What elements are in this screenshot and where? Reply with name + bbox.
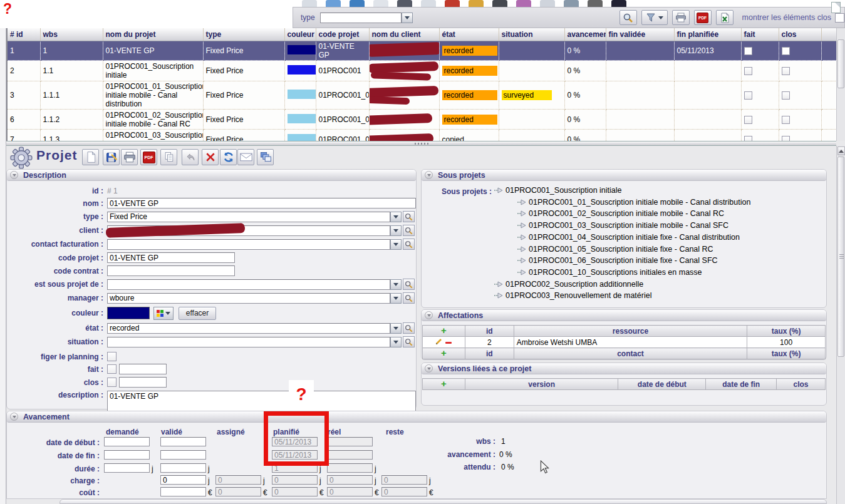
fait-date-input[interactable] [119, 364, 167, 374]
page-corner-icon[interactable] [831, 2, 841, 13]
col-situation[interactable]: situation [499, 28, 564, 41]
affectations-panel-header[interactable]: Affectations [422, 310, 826, 321]
type-filter-dropdown-button[interactable] [402, 13, 413, 23]
print-button[interactable] [121, 149, 138, 165]
mail-button[interactable] [237, 149, 254, 165]
clos-checkbox[interactable] [782, 116, 790, 124]
col-nom-projet[interactable]: nom du projet [103, 28, 203, 41]
contact-dropdown-button[interactable] [390, 239, 402, 250]
clos-checkbox[interactable] [782, 47, 790, 55]
col-id[interactable]: # id [8, 28, 40, 41]
add-version-button[interactable]: + [441, 378, 447, 389]
etat-search-button[interactable] [403, 322, 415, 334]
pdf-export-button[interactable]: PDF [694, 10, 712, 25]
filter-button[interactable] [641, 10, 668, 25]
sous-projet-item[interactable]: 01PROC001_05_Souscription initiale fixe … [517, 245, 713, 254]
sous-projet-dropdown-button[interactable] [390, 279, 402, 290]
sous-projet-search-button[interactable] [403, 279, 415, 290]
code-projet-input[interactable] [107, 252, 235, 263]
nom-input[interactable] [107, 198, 416, 208]
col-clos[interactable]: clos [779, 28, 821, 41]
excel-export-button[interactable] [716, 10, 734, 25]
est-sous-projet-input[interactable] [107, 279, 390, 290]
fin-demande-input[interactable] [104, 450, 150, 460]
col-type[interactable]: type [203, 28, 284, 41]
table-row-selected[interactable]: 1 1 01-VENTE GP Fixed Price 01-VENTE GP … [8, 41, 836, 61]
fait-checkbox[interactable] [744, 91, 752, 100]
col-wbs[interactable]: wbs [40, 28, 103, 41]
clos-checkbox[interactable] [782, 67, 790, 75]
table-scrollbar[interactable] [836, 28, 845, 141]
sous-projet-item[interactable]: 01PROC001_03_Souscription initiale mobil… [517, 221, 728, 230]
save-button[interactable] [103, 149, 120, 165]
remove-icon[interactable] [445, 342, 452, 344]
col-fin-validee[interactable]: fin validée [606, 28, 674, 41]
client-search-button[interactable] [403, 225, 415, 236]
sous-projet-item[interactable]: 01PROC001_10_Souscriptions initiales en … [517, 268, 702, 277]
manager-search-button[interactable] [403, 292, 415, 304]
color-picker-button[interactable] [153, 307, 174, 320]
sous-projet-item[interactable]: 01PROC002_Souscription additionnelle [494, 280, 643, 289]
table-row[interactable]: 6 1.1.2 01PROC001_02_Souscription initia… [8, 110, 836, 130]
edit-pencil-icon[interactable] [435, 337, 443, 345]
col-couleur[interactable]: couleur [284, 28, 316, 41]
fin-valide-input[interactable] [160, 450, 206, 460]
pdf-export-button[interactable]: PDF [140, 149, 157, 165]
col-etat[interactable]: état [439, 28, 499, 41]
etat-dropdown-button[interactable] [390, 323, 402, 334]
debut-demande-input[interactable] [104, 437, 150, 446]
table-row[interactable]: 3 1.1.1 01PROC001_01_Souscription initia… [8, 81, 836, 110]
sous-projet-item[interactable]: 01PROC001_Souscription initiale [494, 186, 622, 195]
scroll-up-button[interactable] [837, 147, 845, 155]
detail-scrollbar[interactable] [836, 146, 845, 504]
cout-valide-input[interactable] [160, 487, 206, 496]
col-avancement[interactable]: avancement [564, 28, 606, 41]
type-dropdown-button[interactable] [390, 212, 402, 222]
avancement-panel-header[interactable]: Avancement [7, 411, 826, 423]
sous-projet-item[interactable]: 01PROC001_01_Souscription initiale mobil… [517, 198, 750, 207]
description-panel-header[interactable]: Description [7, 170, 416, 181]
sous-projets-panel-header[interactable]: Sous projets [422, 170, 826, 181]
new-button[interactable] [82, 149, 99, 165]
collapse-chevron-icon[interactable] [425, 364, 433, 373]
type-input[interactable] [107, 212, 390, 222]
fait-checkbox[interactable] [744, 136, 752, 141]
type-search-button[interactable] [403, 211, 415, 222]
manager-input[interactable] [107, 293, 390, 304]
clos-checkbox[interactable] [782, 136, 790, 141]
cascade-windows-button[interactable] [257, 149, 274, 165]
sous-projet-item[interactable]: 01PROC001_02_Souscription initiale mobil… [517, 209, 724, 218]
sous-projet-item[interactable]: 01PROC001_04_Souscription initiale fixe … [517, 233, 740, 242]
collapse-chevron-icon[interactable] [10, 171, 18, 179]
fait-checkbox[interactable] [744, 67, 752, 75]
duree-valide-input[interactable] [160, 463, 206, 473]
col-code-projet[interactable]: code projet [316, 28, 369, 41]
detail-scrollbar-thumb[interactable] [837, 157, 844, 357]
sous-projet-item[interactable]: 01PROC003_Renouvellement de matériel [494, 291, 651, 300]
collapse-chevron-icon[interactable] [425, 171, 433, 179]
add-affectation-button[interactable]: + [441, 325, 447, 336]
refresh-button[interactable] [220, 149, 237, 165]
fait-checkbox[interactable] [107, 364, 117, 374]
fait-checkbox[interactable] [744, 47, 752, 55]
situation-search-button[interactable] [403, 336, 415, 347]
copy-button[interactable] [160, 149, 177, 165]
show-closed-checkbox[interactable] [835, 13, 844, 23]
contact-search-button[interactable] [403, 239, 415, 250]
add-contact-button[interactable]: + [441, 347, 447, 358]
undo-button[interactable] [182, 149, 199, 165]
fait-checkbox[interactable] [744, 116, 752, 124]
situation-dropdown-button[interactable] [390, 337, 402, 347]
situation-input[interactable] [107, 337, 390, 347]
charge-valide-input[interactable] [160, 475, 206, 485]
col-nom-client[interactable]: nom du client [369, 28, 439, 41]
effacer-button[interactable]: effacer [179, 307, 216, 320]
collapse-chevron-icon[interactable] [10, 413, 18, 421]
table-scrollbar-thumb[interactable] [837, 39, 844, 88]
horizontal-splitter[interactable] [6, 141, 836, 146]
table-row[interactable]: 7 1.1.3 01PROC001_03_Souscription initia… [8, 130, 836, 141]
manager-dropdown-button[interactable] [390, 293, 402, 304]
code-contrat-input[interactable] [107, 265, 235, 276]
clos-date-input[interactable] [119, 377, 167, 388]
clos-checkbox[interactable] [107, 378, 117, 387]
